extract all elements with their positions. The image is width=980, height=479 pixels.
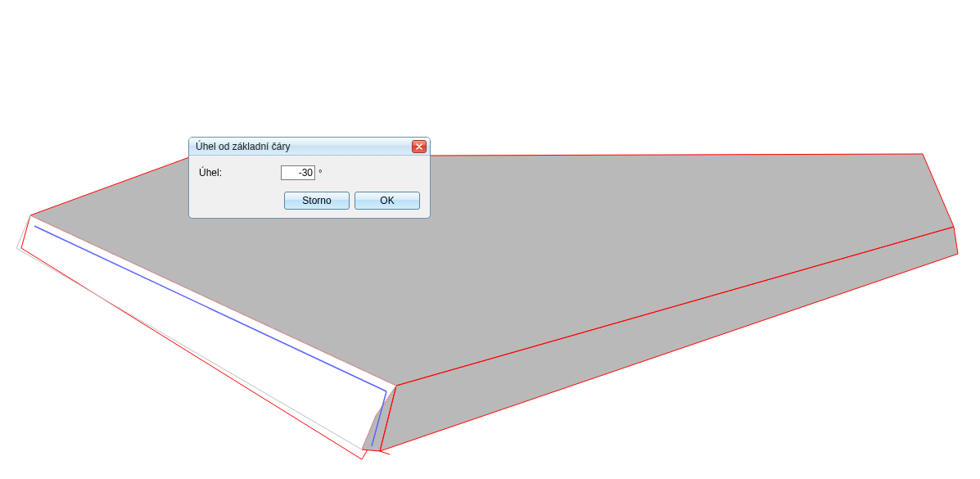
dialog-button-row: Storno OK bbox=[199, 192, 420, 210]
dialog-body: Úhel: ° Storno OK bbox=[189, 156, 430, 216]
model-viewport[interactable] bbox=[0, 0, 980, 479]
svg-line-2 bbox=[362, 450, 368, 459]
close-button[interactable] bbox=[412, 140, 427, 153]
dialog-title: Úhel od základní čáry bbox=[196, 141, 412, 152]
angle-label: Úhel: bbox=[199, 167, 281, 178]
ok-button[interactable]: OK bbox=[355, 192, 420, 210]
storno-button[interactable]: Storno bbox=[284, 192, 350, 210]
angle-dialog: Úhel od základní čáry Úhel: ° Storno OK bbox=[188, 137, 431, 219]
angle-field-row: Úhel: ° bbox=[199, 164, 420, 182]
angle-input[interactable] bbox=[281, 165, 315, 180]
close-icon bbox=[416, 143, 422, 150]
angle-unit: ° bbox=[318, 168, 322, 178]
dialog-titlebar[interactable]: Úhel od základní čáry bbox=[189, 138, 430, 156]
svg-line-3 bbox=[380, 451, 390, 454]
